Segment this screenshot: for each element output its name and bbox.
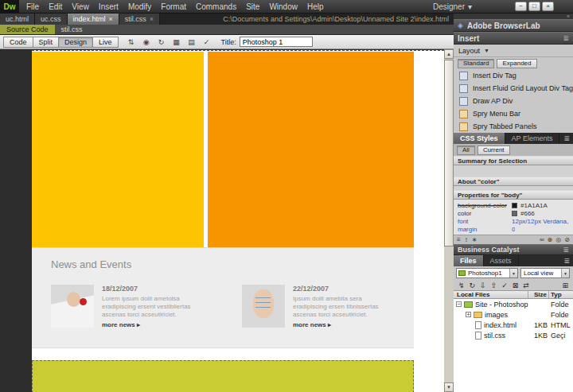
tab-uc-css[interactable]: uc.css (35, 14, 68, 25)
css-property-name[interactable]: margin (458, 226, 509, 233)
refresh-icon[interactable]: ↻ (470, 281, 476, 289)
menu-commands[interactable]: Commands (191, 0, 241, 14)
get-files-icon[interactable]: ⇩ (480, 281, 486, 289)
show-category-view-icon[interactable]: ≡ (457, 236, 461, 243)
file-tree-row-stil-css[interactable]: stil.css 1KB Geçi (454, 330, 573, 340)
column-size[interactable]: Size (528, 291, 549, 298)
spry-menu-bar-item[interactable]: Spry Menu Bar (454, 107, 573, 120)
browserlab-panel-header[interactable]: ◈ Adobe BrowserLab (454, 19, 573, 32)
attach-style-sheet-icon[interactable]: ∞ (540, 236, 544, 243)
tab-files[interactable]: Files (454, 255, 484, 266)
split-view-button[interactable]: Split (33, 37, 60, 48)
menu-view[interactable]: View (67, 0, 94, 14)
panel-menu-icon[interactable]: ≣ (563, 257, 573, 265)
file-tree-row-site[interactable]: − Site - Photoshop1 (C:... Folde (454, 299, 573, 309)
page-orange-block[interactable] (208, 52, 414, 247)
menu-format[interactable]: Format (156, 0, 191, 14)
insert-fluid-grid-item[interactable]: Insert Fluid Grid Layout Div Tag (454, 82, 573, 95)
delete-css-rule-icon[interactable]: ⊘ (564, 236, 570, 243)
color-swatch[interactable] (512, 211, 517, 216)
menu-help[interactable]: Help (302, 0, 329, 14)
show-set-properties-icon[interactable]: ∗ (472, 236, 477, 243)
tree-collapse-icon[interactable]: − (456, 301, 462, 307)
document-scrollbar[interactable]: ▲ ▼ (444, 49, 454, 392)
edit-rule-icon[interactable]: ◎ (555, 236, 561, 243)
scroll-down-icon[interactable]: ▼ (444, 382, 454, 392)
related-file-stil-css[interactable]: stil.css (55, 25, 89, 34)
page-green-block[interactable] (32, 360, 414, 392)
tab-ap-elements[interactable]: AP Elements (505, 133, 560, 144)
chevron-down-icon[interactable]: ▼ (561, 269, 569, 278)
news-photo-facial[interactable] (51, 285, 94, 328)
tab-assets[interactable]: Assets (484, 255, 519, 266)
more-news-link[interactable]: more news ▸ (102, 321, 197, 328)
column-local-files[interactable]: Local Files (454, 291, 528, 298)
design-view-button[interactable]: Design (59, 37, 93, 48)
menu-file[interactable]: File (21, 0, 44, 14)
css-property-name[interactable]: background-color (458, 202, 509, 209)
menu-modify[interactable]: Modify (123, 0, 156, 14)
current-mode-button[interactable]: Current (477, 146, 510, 155)
code-view-button[interactable]: Code (3, 37, 33, 48)
tree-expand-icon[interactable]: + (466, 312, 471, 317)
news-paragraph[interactable]: Lorem ipsum dolit ametolsa eradipiscing … (102, 295, 197, 319)
view-options-icon[interactable]: ▦ (170, 37, 183, 48)
expanded-mode-button[interactable]: Expanded (497, 59, 536, 68)
close-button[interactable]: × (542, 2, 554, 11)
scrollbar-thumb[interactable] (444, 60, 454, 246)
scroll-up-icon[interactable]: ▲ (444, 49, 454, 59)
news-heading[interactable]: News and Events (51, 258, 131, 270)
preview-in-browser-icon[interactable]: ◉ (140, 37, 153, 48)
workspace-switcher[interactable]: Designer ▾ (427, 2, 478, 11)
visual-aids-icon[interactable]: ▤ (185, 37, 198, 48)
restore-button[interactable]: □ (528, 2, 540, 11)
all-mode-button[interactable]: All (457, 146, 475, 155)
insert-category-dropdown[interactable]: Layout ▼ (454, 45, 573, 57)
design-canvas[interactable]: News and Events 18/12/2007 Lorem ipsum d… (32, 50, 444, 392)
more-news-link[interactable]: more news ▸ (293, 321, 388, 328)
news-date[interactable]: 22/12/2007 (293, 285, 388, 293)
view-dropdown[interactable]: Local view ▼ (520, 268, 570, 278)
related-file-source-code[interactable]: Source Code (0, 25, 55, 34)
tab-css-styles[interactable]: CSS Styles (454, 133, 505, 144)
tab-uc-html[interactable]: uc.html (0, 14, 35, 25)
insert-div-tag-item[interactable]: Insert Div Tag (454, 69, 573, 82)
live-view-button[interactable]: Live (93, 37, 119, 48)
checkin-files-icon[interactable]: ⊠ (513, 281, 519, 289)
standard-mode-button[interactable]: Standard (458, 59, 494, 68)
file-tree-row-images[interactable]: + images Folde (454, 309, 573, 320)
file-management-icon[interactable]: ⇅ (125, 37, 138, 48)
css-property-value[interactable]: 0 (512, 226, 515, 233)
close-tab-icon[interactable]: × (109, 15, 113, 23)
check-browser-compat-icon[interactable]: ✓ (201, 37, 213, 48)
page-yellow-block[interactable] (32, 52, 204, 247)
business-catalyst-panel-header[interactable]: Business Catalyst ≣ (454, 244, 573, 255)
css-property-name[interactable]: font (458, 218, 509, 225)
collapse-panels-icon[interactable]: « (567, 14, 570, 19)
menu-window[interactable]: Window (264, 0, 302, 14)
css-property-value[interactable]: 12px/12px Verdana,... (512, 218, 569, 225)
tab-stil-css[interactable]: stil.css × (119, 14, 160, 25)
tab-index-html[interactable]: index.html × (68, 14, 119, 25)
color-swatch[interactable] (512, 203, 517, 208)
panel-menu-icon[interactable]: ≣ (563, 34, 569, 42)
panel-menu-icon[interactable]: ≣ (563, 134, 573, 142)
panel-menu-icon[interactable]: ≣ (563, 246, 569, 254)
file-tree-row-index-html[interactable]: index.html 1KB HTML (454, 320, 573, 330)
expand-panel-icon[interactable]: ⊞ (562, 281, 568, 289)
dreamweaver-logo[interactable]: Dw (0, 0, 19, 14)
menu-insert[interactable]: Insert (94, 0, 123, 14)
put-files-icon[interactable]: ⇧ (491, 281, 497, 289)
draw-ap-div-item[interactable]: Draw AP Div (454, 95, 573, 107)
synchronize-icon[interactable]: ⇄ (523, 281, 529, 289)
document-title-input[interactable] (240, 37, 313, 47)
news-paragraph[interactable]: Ipsum dolit ameblia sera eradipiscing er… (293, 295, 388, 319)
css-property-value[interactable]: #666 (520, 210, 535, 217)
show-list-view-icon[interactable]: ↕ (465, 236, 468, 243)
new-css-rule-icon[interactable]: ⊕ (548, 236, 553, 243)
connect-icon[interactable]: ↯ (458, 281, 465, 289)
checkout-files-icon[interactable]: ✓ (501, 281, 508, 289)
menu-edit[interactable]: Edit (44, 0, 67, 14)
spry-tabbed-panels-item[interactable]: Spry Tabbed Panels (454, 120, 573, 133)
css-property-name[interactable]: color (458, 210, 509, 217)
